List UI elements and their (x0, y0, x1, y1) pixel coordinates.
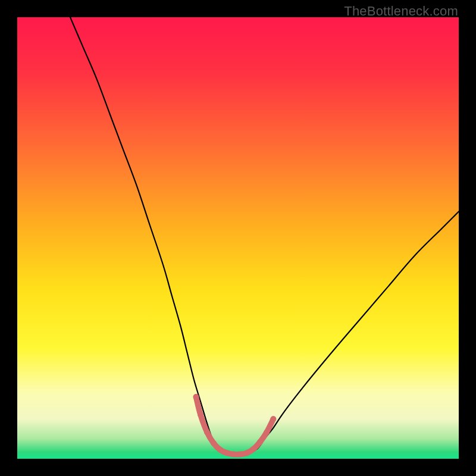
bottleneck-curve (70, 17, 459, 455)
trough-marker-dot (224, 450, 230, 456)
trough-marker-dot (250, 446, 256, 452)
plot-area (17, 17, 459, 459)
trough-marker-dot (237, 452, 243, 458)
trough-marker-dot (198, 412, 203, 418)
trough-marker-dot (204, 429, 210, 435)
curve-layer (17, 17, 459, 459)
trough-marker-dot (244, 450, 250, 456)
trough-marker-dot (211, 440, 217, 446)
chart-frame: TheBottleneck.com (0, 0, 476, 476)
trough-marker-dot (264, 429, 270, 435)
trough-marker-dot (231, 452, 237, 458)
trough-marker-dot (270, 416, 276, 422)
trough-marker-dot (217, 447, 223, 453)
trough-marker-dot (257, 439, 263, 445)
trough-marker-dot (193, 394, 199, 400)
